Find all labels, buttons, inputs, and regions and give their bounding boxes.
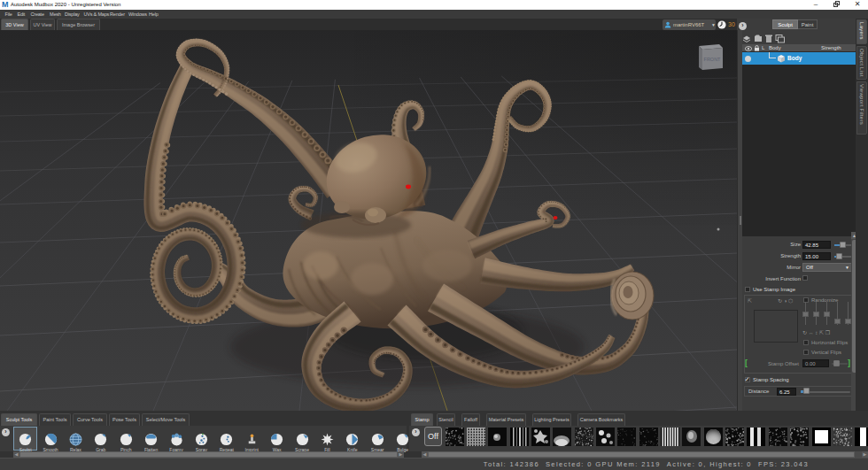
svg-text:FRONT: FRONT — [704, 57, 722, 62]
